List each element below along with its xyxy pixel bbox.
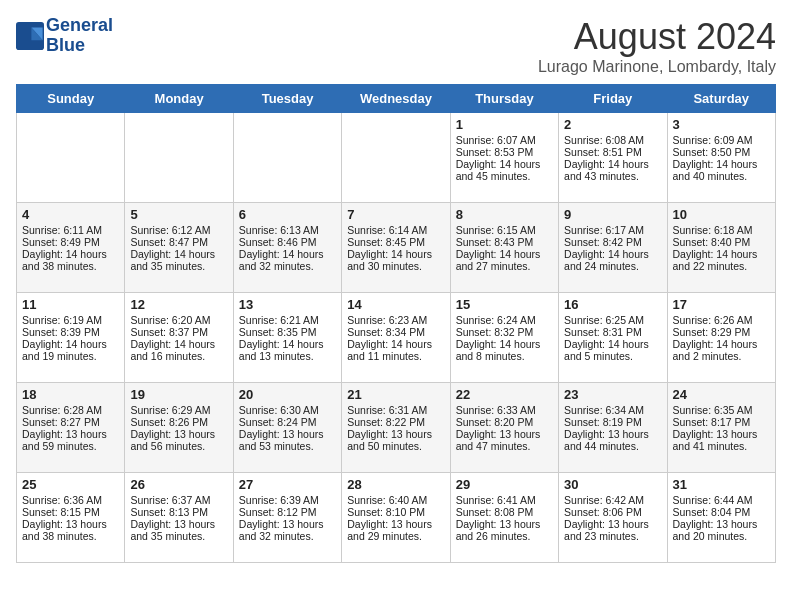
cell-info: Sunrise: 6:39 AM (239, 494, 336, 506)
cell-info: Daylight: 14 hours and 32 minutes. (239, 248, 336, 272)
cell-info: Sunrise: 6:18 AM (673, 224, 770, 236)
cell-info: Sunrise: 6:20 AM (130, 314, 227, 326)
calendar-cell: 16Sunrise: 6:25 AMSunset: 8:31 PMDayligh… (559, 293, 667, 383)
cell-info: Sunset: 8:47 PM (130, 236, 227, 248)
calendar-cell (125, 113, 233, 203)
calendar-cell: 26Sunrise: 6:37 AMSunset: 8:13 PMDayligh… (125, 473, 233, 563)
cell-info: Daylight: 13 hours and 44 minutes. (564, 428, 661, 452)
cell-info: Sunrise: 6:35 AM (673, 404, 770, 416)
cell-info: Sunset: 8:08 PM (456, 506, 553, 518)
day-number: 30 (564, 477, 661, 492)
cell-info: Daylight: 14 hours and 8 minutes. (456, 338, 553, 362)
calendar-cell: 15Sunrise: 6:24 AMSunset: 8:32 PMDayligh… (450, 293, 558, 383)
calendar-header-row: SundayMondayTuesdayWednesdayThursdayFrid… (17, 85, 776, 113)
cell-info: Sunrise: 6:36 AM (22, 494, 119, 506)
cell-info: Sunrise: 6:28 AM (22, 404, 119, 416)
calendar-cell: 22Sunrise: 6:33 AMSunset: 8:20 PMDayligh… (450, 383, 558, 473)
cell-info: Daylight: 14 hours and 40 minutes. (673, 158, 770, 182)
cell-info: Sunset: 8:31 PM (564, 326, 661, 338)
day-number: 5 (130, 207, 227, 222)
col-header-monday: Monday (125, 85, 233, 113)
calendar-cell: 8Sunrise: 6:15 AMSunset: 8:43 PMDaylight… (450, 203, 558, 293)
calendar-cell: 2Sunrise: 6:08 AMSunset: 8:51 PMDaylight… (559, 113, 667, 203)
header: General Blue August 2024 Lurago Marinone… (16, 16, 776, 76)
cell-info: Sunrise: 6:31 AM (347, 404, 444, 416)
cell-info: Sunrise: 6:26 AM (673, 314, 770, 326)
cell-info: Daylight: 14 hours and 27 minutes. (456, 248, 553, 272)
calendar-table: SundayMondayTuesdayWednesdayThursdayFrid… (16, 84, 776, 563)
cell-info: Daylight: 13 hours and 53 minutes. (239, 428, 336, 452)
day-number: 12 (130, 297, 227, 312)
day-number: 6 (239, 207, 336, 222)
calendar-cell: 19Sunrise: 6:29 AMSunset: 8:26 PMDayligh… (125, 383, 233, 473)
cell-info: Sunrise: 6:17 AM (564, 224, 661, 236)
cell-info: Daylight: 14 hours and 2 minutes. (673, 338, 770, 362)
calendar-cell: 20Sunrise: 6:30 AMSunset: 8:24 PMDayligh… (233, 383, 341, 473)
cell-info: Sunset: 8:34 PM (347, 326, 444, 338)
calendar-cell: 30Sunrise: 6:42 AMSunset: 8:06 PMDayligh… (559, 473, 667, 563)
cell-info: Sunrise: 6:40 AM (347, 494, 444, 506)
day-number: 8 (456, 207, 553, 222)
sub-title: Lurago Marinone, Lombardy, Italy (538, 58, 776, 76)
col-header-thursday: Thursday (450, 85, 558, 113)
cell-info: Daylight: 14 hours and 22 minutes. (673, 248, 770, 272)
cell-info: Sunrise: 6:41 AM (456, 494, 553, 506)
col-header-wednesday: Wednesday (342, 85, 450, 113)
day-number: 27 (239, 477, 336, 492)
calendar-cell (342, 113, 450, 203)
day-number: 9 (564, 207, 661, 222)
calendar-cell: 25Sunrise: 6:36 AMSunset: 8:15 PMDayligh… (17, 473, 125, 563)
logo-line1: General (46, 16, 113, 36)
col-header-friday: Friday (559, 85, 667, 113)
calendar-cell: 6Sunrise: 6:13 AMSunset: 8:46 PMDaylight… (233, 203, 341, 293)
cell-info: Sunset: 8:22 PM (347, 416, 444, 428)
main-title: August 2024 (538, 16, 776, 58)
calendar-cell: 7Sunrise: 6:14 AMSunset: 8:45 PMDaylight… (342, 203, 450, 293)
cell-info: Sunrise: 6:21 AM (239, 314, 336, 326)
calendar-cell: 5Sunrise: 6:12 AMSunset: 8:47 PMDaylight… (125, 203, 233, 293)
cell-info: Sunset: 8:42 PM (564, 236, 661, 248)
cell-info: Daylight: 13 hours and 47 minutes. (456, 428, 553, 452)
day-number: 7 (347, 207, 444, 222)
cell-info: Sunrise: 6:24 AM (456, 314, 553, 326)
logo-text: General Blue (46, 16, 113, 56)
day-number: 29 (456, 477, 553, 492)
calendar-week-3: 18Sunrise: 6:28 AMSunset: 8:27 PMDayligh… (17, 383, 776, 473)
cell-info: Daylight: 13 hours and 41 minutes. (673, 428, 770, 452)
calendar-cell: 23Sunrise: 6:34 AMSunset: 8:19 PMDayligh… (559, 383, 667, 473)
cell-info: Sunset: 8:53 PM (456, 146, 553, 158)
cell-info: Daylight: 14 hours and 24 minutes. (564, 248, 661, 272)
calendar-cell: 10Sunrise: 6:18 AMSunset: 8:40 PMDayligh… (667, 203, 775, 293)
calendar-cell: 29Sunrise: 6:41 AMSunset: 8:08 PMDayligh… (450, 473, 558, 563)
title-block: August 2024 Lurago Marinone, Lombardy, I… (538, 16, 776, 76)
calendar-cell: 9Sunrise: 6:17 AMSunset: 8:42 PMDaylight… (559, 203, 667, 293)
calendar-cell (233, 113, 341, 203)
calendar-cell: 11Sunrise: 6:19 AMSunset: 8:39 PMDayligh… (17, 293, 125, 383)
cell-info: Sunset: 8:43 PM (456, 236, 553, 248)
cell-info: Daylight: 13 hours and 59 minutes. (22, 428, 119, 452)
day-number: 4 (22, 207, 119, 222)
cell-info: Sunset: 8:45 PM (347, 236, 444, 248)
cell-info: Sunrise: 6:29 AM (130, 404, 227, 416)
cell-info: Daylight: 13 hours and 32 minutes. (239, 518, 336, 542)
cell-info: Daylight: 14 hours and 13 minutes. (239, 338, 336, 362)
logo-icon (16, 22, 44, 50)
cell-info: Sunset: 8:27 PM (22, 416, 119, 428)
calendar-cell: 13Sunrise: 6:21 AMSunset: 8:35 PMDayligh… (233, 293, 341, 383)
col-header-saturday: Saturday (667, 85, 775, 113)
cell-info: Sunset: 8:12 PM (239, 506, 336, 518)
cell-info: Sunrise: 6:30 AM (239, 404, 336, 416)
calendar-cell: 31Sunrise: 6:44 AMSunset: 8:04 PMDayligh… (667, 473, 775, 563)
cell-info: Sunset: 8:20 PM (456, 416, 553, 428)
cell-info: Daylight: 14 hours and 16 minutes. (130, 338, 227, 362)
cell-info: Sunrise: 6:44 AM (673, 494, 770, 506)
cell-info: Sunset: 8:04 PM (673, 506, 770, 518)
cell-info: Sunset: 8:10 PM (347, 506, 444, 518)
calendar-week-4: 25Sunrise: 6:36 AMSunset: 8:15 PMDayligh… (17, 473, 776, 563)
calendar-cell: 1Sunrise: 6:07 AMSunset: 8:53 PMDaylight… (450, 113, 558, 203)
day-number: 25 (22, 477, 119, 492)
cell-info: Sunrise: 6:37 AM (130, 494, 227, 506)
cell-info: Daylight: 13 hours and 56 minutes. (130, 428, 227, 452)
day-number: 1 (456, 117, 553, 132)
calendar-cell: 14Sunrise: 6:23 AMSunset: 8:34 PMDayligh… (342, 293, 450, 383)
